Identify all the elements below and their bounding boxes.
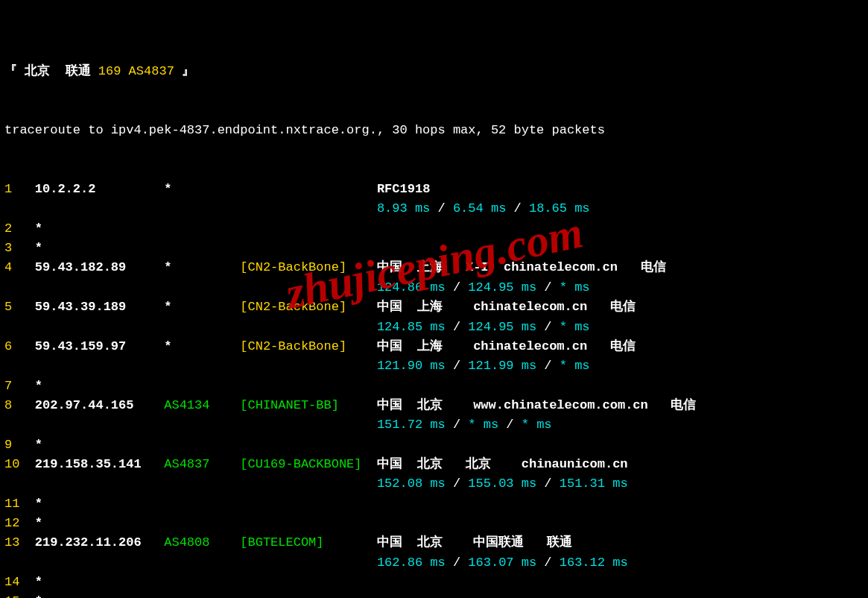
latency-1: 162.86 ms — [377, 555, 446, 570]
latency-3: * ms — [560, 359, 590, 373]
latency-1: 121.90 ms — [377, 359, 446, 373]
trace-header: 『 北京 联通 169 AS4837 』 — [4, 62, 864, 81]
hop-row: 9 * — [4, 435, 864, 455]
hop-number: 7 — [4, 379, 35, 393]
latency-2: 124.95 ms — [468, 320, 536, 334]
hop-network-tag: [BGTELECOM] — [240, 535, 377, 550]
latency-2: 163.07 ms — [468, 555, 536, 570]
hop-network-tag: [CN2-BackBone] — [240, 339, 377, 353]
hop-row: 14 * — [4, 573, 864, 592]
hop-row: 11 * — [4, 494, 864, 514]
header-asn: 169 AS4837 — [98, 64, 174, 78]
hop-ip: 59.43.159.97 — [35, 339, 164, 353]
header-prefix: 『 北京 联通 — [4, 64, 98, 78]
hop-latency-row: 121.90 ms / 121.99 ms / * ms — [4, 356, 864, 376]
hop-timeout: * — [35, 438, 42, 452]
hop-timeout: * — [35, 379, 42, 393]
hop-number: 10 — [4, 457, 35, 471]
hop-latency-row: 124.85 ms / 124.95 ms / * ms — [4, 318, 864, 337]
hop-asn: * — [164, 300, 240, 314]
hop-ip: 59.43.182.89 — [35, 260, 164, 274]
hop-row: 10 219.158.35.141 AS4837 [CU169-BACKBONE… — [4, 455, 864, 474]
latency-1: 124.85 ms — [377, 320, 446, 334]
hop-number: 15 — [4, 594, 35, 598]
hop-number: 5 — [4, 300, 35, 314]
hop-latency-row: 152.08 ms / 155.03 ms / 151.31 ms — [4, 474, 864, 494]
hop-number: 6 — [4, 339, 35, 353]
hop-asn: * — [164, 260, 240, 274]
latency-3: * ms — [522, 418, 552, 432]
hop-asn: * — [164, 339, 240, 353]
hop-timeout: * — [35, 497, 42, 511]
hop-number: 3 — [4, 241, 35, 255]
hop-location: 中国 北京 中国联通 联通 — [377, 535, 572, 550]
hop-location: 中国 上海 X-I chinatelecom.cn 电信 — [377, 260, 666, 274]
hop-row: 5 59.43.39.189 * [CN2-BackBone] 中国 上海 ch… — [4, 298, 864, 317]
hop-row: 4 59.43.182.89 * [CN2-BackBone] 中国 上海 X-… — [4, 258, 864, 277]
hop-ip: 219.158.35.141 — [35, 457, 164, 471]
latency-3: 151.31 ms — [560, 476, 628, 491]
latency-2: 124.95 ms — [468, 280, 536, 295]
latency-2: * ms — [468, 418, 498, 432]
traceroute-command: traceroute to ipv4.pek-4837.endpoint.nxt… — [4, 121, 864, 140]
hop-location: 中国 上海 chinatelecom.cn 电信 — [377, 300, 636, 314]
hop-number: 13 — [4, 535, 35, 550]
hop-location: 中国 北京 北京 chinaunicom.cn — [377, 457, 628, 471]
latency-3: * ms — [560, 320, 590, 334]
hop-row: 12 * — [4, 514, 864, 533]
header-suffix: 』 — [174, 64, 194, 78]
hop-network-tag: [CU169-BACKBONE] — [240, 457, 377, 471]
hop-number: 4 — [4, 260, 35, 274]
hop-row: 3 * — [4, 239, 864, 258]
latency-1: 124.86 ms — [377, 280, 446, 295]
hop-timeout: * — [35, 241, 42, 255]
hop-asn: AS4808 — [164, 535, 240, 550]
hop-number: 8 — [4, 398, 35, 412]
hop-row: 2 * — [4, 219, 864, 239]
hop-ip: 10.2.2.2 — [35, 182, 164, 196]
latency-1: 8.93 ms — [377, 201, 430, 215]
terminal: zhujiceping.com 『 北京 联通 169 AS4837 』 tra… — [0, 0, 868, 598]
hop-location: RFC1918 — [377, 182, 430, 196]
latency-3: 163.12 ms — [560, 555, 628, 570]
hop-timeout: * — [35, 516, 42, 530]
hop-asn: AS4134 — [164, 398, 240, 412]
hop-asn: AS4837 — [164, 457, 240, 471]
hop-network-tag: [CN2-BackBone] — [240, 260, 377, 274]
latency-1: 151.72 ms — [377, 418, 446, 432]
hop-asn: * — [164, 182, 240, 196]
latency-2: 6.54 ms — [453, 201, 506, 215]
hop-timeout: * — [35, 594, 42, 598]
hop-latency-row: 124.86 ms / 124.95 ms / * ms — [4, 278, 864, 298]
hop-location: 中国 上海 chinatelecom.cn 电信 — [377, 339, 636, 353]
hop-latency-row: 151.72 ms / * ms / * ms — [4, 415, 864, 435]
latency-3: 18.65 ms — [529, 201, 590, 215]
hop-number: 14 — [4, 575, 35, 589]
hop-number: 9 — [4, 438, 35, 452]
hop-number: 12 — [4, 516, 35, 530]
hop-row: 15 * — [4, 592, 864, 598]
latency-3: * ms — [560, 280, 590, 295]
hop-timeout: * — [35, 221, 42, 236]
hop-latency-row: 162.86 ms / 163.07 ms / 163.12 ms — [4, 553, 864, 573]
hop-ip: 202.97.44.165 — [35, 398, 164, 412]
latency-2: 121.99 ms — [468, 359, 536, 373]
hop-network-tag: [CHINANET-BB] — [240, 398, 377, 412]
hop-timeout: * — [35, 575, 42, 589]
hop-network-tag: [CN2-BackBone] — [240, 300, 377, 314]
hop-number: 11 — [4, 497, 35, 511]
hop-number: 1 — [4, 182, 35, 196]
hop-row: 7 * — [4, 377, 864, 396]
hop-ip: 219.232.11.206 — [35, 535, 164, 550]
hop-location: 中国 北京 www.chinatelecom.com.cn 电信 — [377, 398, 696, 412]
latency-1: 152.08 ms — [377, 476, 446, 491]
latency-2: 155.03 ms — [468, 476, 536, 491]
hop-row: 6 59.43.159.97 * [CN2-BackBone] 中国 上海 ch… — [4, 337, 864, 356]
hop-row: 13 219.232.11.206 AS4808 [BGTELECOM] 中国 … — [4, 533, 864, 553]
hop-row: 8 202.97.44.165 AS4134 [CHINANET-BB] 中国 … — [4, 396, 864, 415]
hop-row: 1 10.2.2.2 * RFC1918 — [4, 180, 864, 199]
hop-ip: 59.43.39.189 — [35, 300, 164, 314]
hop-number: 2 — [4, 221, 35, 236]
hop-latency-row: 8.93 ms / 6.54 ms / 18.65 ms — [4, 199, 864, 218]
hop-list: 1 10.2.2.2 * RFC1918 8.93 ms / 6.54 ms /… — [4, 180, 864, 598]
